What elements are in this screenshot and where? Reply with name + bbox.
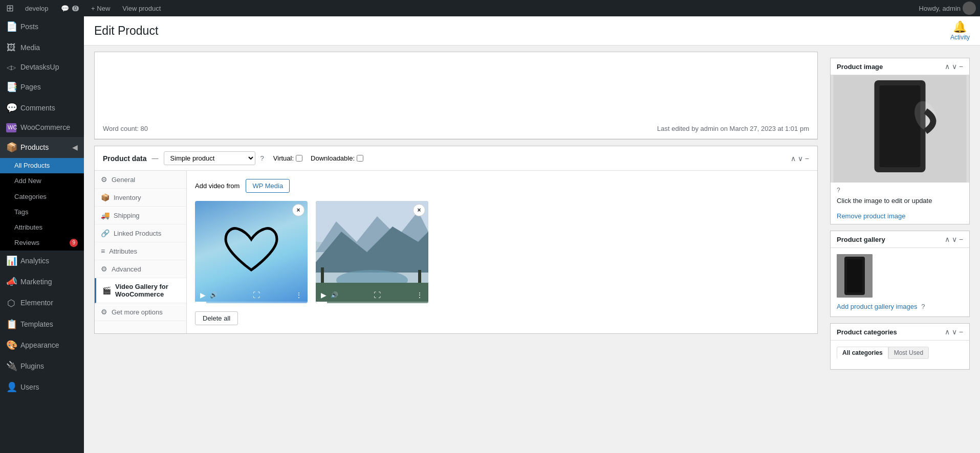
video-fullscreen-2[interactable]: ⛶ [374,291,381,299]
product-categories-up-btn[interactable]: ∧ [945,328,950,336]
product-type-help-icon[interactable]: ? [260,154,264,162]
expand-up-button[interactable]: ∧ [791,154,796,163]
last-edited: Last edited by admin on March 27, 2023 a… [657,125,809,132]
video-controls-2: ▶ 🔊 ⛶ ⋮ [316,291,428,299]
word-count: Word count: 80 [103,125,148,132]
sidebar-item-pages[interactable]: 📑 Pages [0,77,84,98]
delete-all-button[interactable]: Delete all [195,311,238,325]
view-product-link[interactable]: View product [119,5,164,12]
svg-rect-6 [321,267,324,283]
advanced-tab-icon: ⚙ [101,265,107,273]
comments-icon: 💬 [6,102,16,115]
downloadable-checkbox[interactable] [357,155,363,162]
tab-video-gallery[interactable]: 🎬 Video Gallery for WooCommerce [95,278,186,303]
virtual-checkbox[interactable] [296,155,302,162]
sidebar-item-appearance[interactable]: 🎨 Appearance [0,335,84,356]
product-image-down-btn[interactable]: ∨ [952,62,957,71]
sidebar-item-all-products[interactable]: All Products [0,158,84,173]
product-image-up-btn[interactable]: ∧ [945,62,950,71]
video-volume-2[interactable]: 🔊 [331,291,338,299]
sidebar-item-plugins[interactable]: 🔌 Plugins [0,356,84,377]
sidebar-item-media[interactable]: 🖼 Media [0,37,84,58]
categories-tabs: All categories Most Used [837,347,963,359]
tab-shipping[interactable]: 🚚 Shipping [95,207,186,224]
product-image-thumbnail[interactable] [831,75,969,183]
video-more-1[interactable]: ⋮ [295,291,302,299]
devtasksup-icon: ◁▷ [6,63,16,72]
wp-media-button[interactable]: WP Media [246,179,290,193]
product-image-min-btn[interactable]: − [959,62,963,71]
video-close-1[interactable]: × [292,204,304,216]
virtual-checkbox-label[interactable]: Virtual: [273,154,302,162]
expand-controls: ∧ ∨ − [791,154,809,163]
product-image-panel: Product image ∧ ∨ − [830,58,970,224]
video-fullscreen-1[interactable]: ⛶ [253,291,260,299]
video-volume-1[interactable]: 🔊 [210,291,217,299]
video-play-2[interactable]: ▶ [321,291,326,299]
sidebar-item-products[interactable]: 📦 Products ◀ [0,137,84,158]
sidebar-item-marketing[interactable]: 📣 Marketing [0,271,84,292]
sidebar-item-elementor[interactable]: ⬡ Elementor [0,293,84,314]
product-gallery-up-btn[interactable]: ∧ [945,235,950,243]
expand-down-button[interactable]: ∨ [798,154,803,163]
sidebar-item-posts[interactable]: 📄 Posts [0,16,84,37]
video-close-2[interactable]: × [413,204,425,216]
remove-product-image-link[interactable]: Remove product image [837,212,905,220]
sidebar-item-categories[interactable]: Categories [0,189,84,205]
sidebar-label-appearance: Appearance [20,341,59,351]
sidebar-item-reviews[interactable]: Reviews 9 [0,235,84,251]
product-gallery-min-btn[interactable]: − [959,235,963,243]
categories-label: Categories [14,192,47,201]
main-layout: 📄 Posts 🖼 Media ◁▷ DevtasksUp 📑 Pages 💬 … [0,16,980,453]
sidebar-item-users[interactable]: 👤 Users [0,377,84,398]
sidebar-label-devtasksup: DevtasksUp [20,62,59,73]
sidebar-item-devtasksup[interactable]: ◁▷ DevtasksUp [0,58,84,77]
pages-icon: 📑 [6,81,16,94]
tab-linked-products[interactable]: 🔗 Linked Products [95,224,186,242]
editor-body[interactable] [95,52,817,119]
product-categories-min-btn[interactable]: − [959,328,963,336]
videos-grid: × ▶ 🔊 ⛶ ⋮ [195,201,809,303]
product-categories-down-btn[interactable]: ∨ [952,328,957,336]
gallery-thumbs [837,254,963,298]
gallery-thumb-1[interactable] [837,254,873,298]
activity-button[interactable]: 🔔 Activity [950,20,970,41]
tab-inventory[interactable]: 📦 Inventory [95,189,186,207]
marketing-icon: 📣 [6,276,16,288]
linked-products-tab-icon: 🔗 [101,229,110,237]
user-avatar[interactable] [963,2,976,15]
inventory-tab-icon: 📦 [101,193,110,201]
sidebar-item-tags[interactable]: Tags [0,205,84,220]
product-gallery-down-btn[interactable]: ∨ [952,235,957,243]
add-gallery-images-link[interactable]: Add product gallery images [837,303,918,310]
comments-link[interactable]: 💬 0 [58,5,82,12]
sidebar-item-attributes[interactable]: Attributes [0,220,84,235]
product-image-header: Product image ∧ ∨ − [831,58,969,75]
site-name[interactable]: develop [22,5,52,12]
sidebar-item-comments[interactable]: 💬 Comments [0,98,84,119]
add-video-label: Add video from [195,182,239,190]
sidebar-item-analytics[interactable]: 📊 Analytics [0,251,84,271]
top-bar-right: Howdy, admin [919,2,976,15]
tab-get-more-options[interactable]: ⚙ Get more options [95,303,186,321]
tab-attributes[interactable]: ≡ Attributes [95,242,186,260]
tab-advanced[interactable]: ⚙ Advanced [95,260,186,278]
attributes-label: Attributes [14,223,42,232]
most-used-tab[interactable]: Most Used [888,347,929,359]
new-content-link[interactable]: + New [88,5,113,12]
sidebar-label-analytics: Analytics [20,256,49,266]
product-categories-body: All categories Most Used [831,341,969,369]
posts-icon: 📄 [6,20,16,33]
minimize-button[interactable]: − [805,154,809,163]
product-data-section: Product data — Simple product Grouped pr… [94,146,818,334]
product-data-body: ⚙ General 📦 Inventory 🚚 Shipping [95,171,817,333]
sidebar-item-woocommerce[interactable]: WC WooCommerce [0,119,84,137]
product-type-select[interactable]: Simple product Grouped product External/… [164,151,255,165]
sidebar-item-templates[interactable]: 📋 Templates [0,314,84,335]
tab-general[interactable]: ⚙ General [95,171,186,189]
video-play-1[interactable]: ▶ [200,291,206,299]
sidebar-item-add-new[interactable]: Add New [0,173,84,189]
downloadable-checkbox-label[interactable]: Downloadable: [311,154,363,162]
video-more-2[interactable]: ⋮ [416,291,423,299]
all-categories-tab[interactable]: All categories [837,347,888,359]
